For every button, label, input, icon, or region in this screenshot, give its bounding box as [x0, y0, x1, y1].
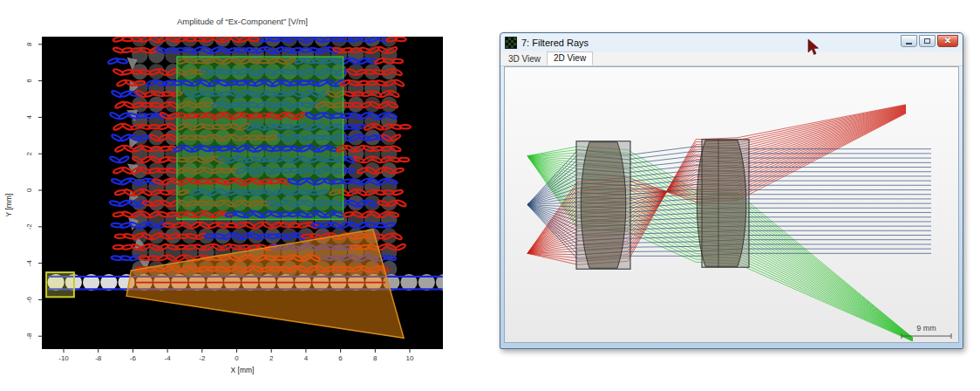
svg-text:10: 10 — [406, 354, 414, 362]
svg-text:8: 8 — [25, 42, 33, 46]
selection-marker — [46, 272, 74, 297]
svg-text:-8: -8 — [95, 354, 102, 362]
svg-text:-4: -4 — [165, 354, 172, 362]
svg-text:0: 0 — [25, 188, 33, 192]
svg-text:4: 4 — [25, 115, 33, 120]
filtered-rays-window: 7: Filtered Rays ✕ 3D View 2D View 9 mm — [500, 32, 963, 349]
svg-text:4: 4 — [304, 354, 309, 362]
plot-canvas — [42, 31, 453, 349]
maximize-button[interactable] — [919, 35, 936, 47]
close-button[interactable]: ✕ — [937, 35, 958, 47]
window-title: 7: Filtered Rays — [521, 38, 589, 48]
ray-diagram: 9 mm — [505, 67, 958, 342]
svg-text:-10: -10 — [58, 354, 69, 362]
y-axis-label: Y [mm] — [4, 194, 13, 217]
tab-2d-view[interactable]: 2D View — [547, 51, 593, 65]
x-axis-label: X [mm] — [231, 366, 255, 374]
scale-bar-label: 9 mm — [916, 324, 936, 333]
svg-text:6: 6 — [338, 354, 343, 362]
svg-text:2: 2 — [25, 151, 33, 155]
plot-title: Amplitude of “Ex-Component” [V/m] — [177, 17, 308, 26]
minimize-button[interactable] — [901, 35, 917, 47]
view-tabstrip: 3D View 2D View — [500, 51, 963, 66]
field-amplitude-plot[interactable]: Amplitude of “Ex-Component” [V/m] -10-8-… — [0, 0, 490, 391]
svg-text:-6: -6 — [25, 296, 33, 303]
field-amplitude-panel: Amplitude of “Ex-Component” [V/m] -10-8-… — [0, 0, 490, 391]
svg-text:-2: -2 — [199, 354, 206, 362]
svg-text:0: 0 — [235, 354, 239, 362]
scale-bar: 9 mm — [902, 324, 951, 339]
lens-1 — [576, 141, 630, 270]
svg-text:-6: -6 — [130, 354, 137, 362]
lens-2 — [697, 140, 749, 268]
window-buttons: ✕ — [901, 35, 958, 47]
ray-view-content[interactable]: 9 mm — [504, 66, 959, 343]
tab-3d-view[interactable]: 3D View — [502, 53, 547, 65]
window-app-icon — [505, 37, 517, 49]
maximize-icon — [924, 38, 930, 44]
close-icon: ✕ — [944, 37, 951, 45]
screenshot-stage: Amplitude of “Ex-Component” [V/m] -10-8-… — [0, 0, 980, 391]
minimize-icon — [906, 43, 912, 45]
svg-text:6: 6 — [25, 79, 33, 83]
svg-text:-2: -2 — [25, 223, 33, 230]
window-titlebar[interactable]: 7: Filtered Rays ✕ — [500, 33, 963, 51]
svg-text:-8: -8 — [25, 333, 33, 340]
svg-text:-4: -4 — [25, 259, 33, 266]
svg-text:2: 2 — [269, 354, 274, 362]
svg-text:8: 8 — [373, 354, 378, 362]
